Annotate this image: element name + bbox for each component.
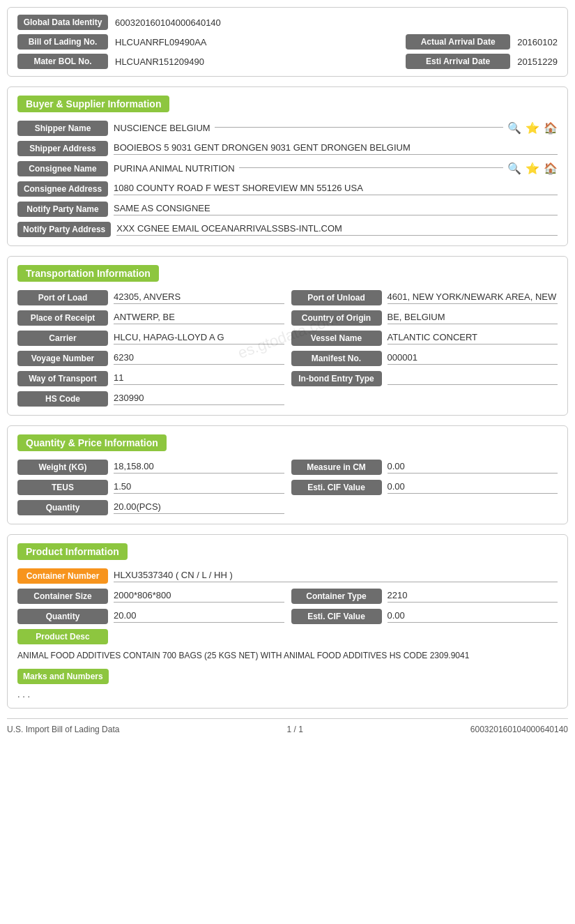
voyage-number-label: Voyage Number	[17, 351, 108, 366]
place-receipt-value: ANTWERP, BE	[114, 312, 284, 324]
country-origin-label: Country of Origin	[291, 310, 382, 326]
actual-arrival-label: Actual Arrival Date	[406, 34, 510, 50]
shipper-address-value: BOOIEBOS 5 9031 GENT DRONGEN 9031 GENT D…	[114, 142, 558, 155]
product-desc-value: ANIMAL FOOD ADDITIVES CONTAIN 700 BAGS (…	[17, 649, 558, 662]
port-load-value: 42305, ANVERS	[114, 291, 284, 304]
footer: U.S. Import Bill of Lading Data 1 / 1 60…	[7, 718, 568, 734]
shipper-search-icon[interactable]: 🔍	[507, 121, 521, 135]
quantity-price-title: Quantity & Price Information	[17, 434, 167, 451]
in-bond-value	[388, 372, 558, 385]
consignee-name-value: PURINA ANIMAL NUTRITION	[114, 163, 235, 174]
esti-cif-label: Esti. CIF Value	[291, 480, 382, 495]
container-size-label: Container Size	[17, 589, 108, 604]
carrier-vessel-row: Carrier HLCU, HAPAG-LLOYD A G Vessel Nam…	[17, 331, 558, 346]
quantity-price-card: Quantity & Price Information Weight (KG)…	[7, 425, 568, 524]
port-row: Port of Load 42305, ANVERS Port of Unloa…	[17, 290, 558, 305]
prod-quantity-label: Quantity	[17, 609, 108, 624]
shipper-address-label: Shipper Address	[17, 141, 108, 156]
bol-label: Bill of Lading No.	[17, 34, 108, 50]
hs-code-label: HS Code	[17, 391, 108, 407]
hs-code-row: HS Code 230990	[17, 391, 558, 407]
transport-bond-row: Way of Transport 11 In-bond Entry Type	[17, 371, 558, 386]
mater-bol-row: Mater BOL No. HLCUANR151209490 Esti Arri…	[17, 54, 558, 69]
country-origin-value: BE, BELGIUM	[388, 312, 558, 324]
notify-party-address-value: XXX CGNEE EMAIL OCEANARRIVALSSBS-INTL.CO…	[116, 223, 558, 236]
bol-row: Bill of Lading No. HLCUANRFL09490AA Actu…	[17, 34, 558, 50]
footer-right: 600320160104000640140	[470, 725, 568, 734]
qp-quantity-label: Quantity	[17, 500, 108, 515]
container-number-row: Container Number HLXU3537340 ( CN / L / …	[17, 568, 558, 584]
hs-code-value: 230990	[114, 393, 284, 405]
shipper-address-row: Shipper Address BOOIEBOS 5 9031 GENT DRO…	[17, 141, 558, 156]
shipper-home-icon[interactable]: 🏠	[544, 121, 558, 135]
transportation-title: Transportation Information	[17, 265, 159, 282]
vessel-name-label: Vessel Name	[291, 331, 382, 346]
shipper-name-label: Shipper Name	[17, 121, 108, 136]
footer-center: 1 / 1	[286, 725, 302, 734]
qp-quantity-row: Quantity 20.00(PCS)	[17, 500, 558, 515]
place-receipt-label: Place of Receipt	[17, 310, 108, 326]
prod-esti-cif-value: 0.00	[388, 610, 558, 623]
notify-party-address-label: Notify Party Address	[17, 222, 111, 237]
shipper-star-icon[interactable]: ⭐	[526, 121, 539, 135]
port-load-label: Port of Load	[17, 290, 108, 305]
port-unload-value: 4601, NEW YORK/NEWARK AREA, NEW	[388, 291, 558, 304]
buyer-supplier-title: Buyer & Supplier Information	[17, 96, 169, 112]
way-transport-value: 11	[114, 372, 284, 385]
esti-arrival-label: Esti Arrival Date	[406, 54, 510, 69]
manifest-no-value: 000001	[388, 352, 558, 365]
way-transport-label: Way of Transport	[17, 371, 108, 386]
consignee-address-value: 1080 COUNTY ROAD F WEST SHOREVIEW MN 551…	[114, 183, 558, 195]
weight-label: Weight (KG)	[17, 460, 108, 475]
manifest-no-label: Manifest No.	[291, 351, 382, 366]
container-type-value: 2210	[388, 590, 558, 603]
product-desc-label: Product Desc	[17, 629, 108, 644]
mater-bol-label: Mater BOL No.	[17, 54, 108, 69]
consignee-address-row: Consignee Address 1080 COUNTY ROAD F WES…	[17, 181, 558, 197]
container-number-value: HLXU3537340 ( CN / L / HH )	[114, 570, 558, 582]
product-title: Product Information	[17, 543, 128, 560]
footer-left: U.S. Import Bill of Lading Data	[7, 725, 119, 734]
voyage-number-value: 6230	[114, 352, 284, 365]
mater-bol-value: HLCUANR151209490	[115, 56, 406, 67]
notify-party-name-label: Notify Party Name	[17, 202, 108, 217]
prod-quantity-value: 20.00	[114, 610, 284, 623]
esti-arrival-value: 20151229	[517, 56, 558, 67]
port-unload-label: Port of Unload	[291, 290, 382, 305]
consignee-address-label: Consignee Address	[17, 181, 108, 197]
teus-value: 1.50	[114, 481, 284, 494]
carrier-label: Carrier	[17, 331, 108, 346]
prod-esti-cif-label: Esti. CIF Value	[291, 609, 382, 624]
consignee-star-icon[interactable]: ⭐	[526, 162, 539, 175]
qp-quantity-value: 20.00(PCS)	[114, 501, 284, 514]
identity-card: Global Data Identity 6003201601040006401…	[7, 7, 568, 77]
shipper-name-row: Shipper Name NUSCIENCE BELGIUM 🔍 ⭐ 🏠	[17, 121, 558, 136]
container-size-type-row: Container Size 2000*806*800 Container Ty…	[17, 589, 558, 604]
container-size-value: 2000*806*800	[114, 590, 284, 603]
bol-value: HLCUANRFL09490AA	[115, 37, 406, 47]
notify-party-address-row: Notify Party Address XXX CGNEE EMAIL OCE…	[17, 222, 558, 237]
product-card: Product Information Container Number HLX…	[7, 534, 568, 709]
esti-cif-value: 0.00	[388, 481, 558, 494]
consignee-name-row: Consignee Name PURINA ANIMAL NUTRITION 🔍…	[17, 161, 558, 176]
notify-party-name-value: SAME AS CONSIGNEE	[114, 203, 558, 215]
teus-label: TEUS	[17, 480, 108, 495]
global-data-row: Global Data Identity 6003201601040006401…	[17, 15, 558, 30]
marks-value: . . .	[17, 689, 558, 699]
teus-cif-row: TEUS 1.50 Esti. CIF Value 0.00	[17, 480, 558, 495]
consignee-home-icon[interactable]: 🏠	[544, 162, 558, 175]
actual-arrival-value: 20160102	[517, 37, 558, 47]
carrier-value: HLCU, HAPAG-LLOYD A G	[114, 332, 284, 344]
prod-quantity-cif-row: Quantity 20.00 Esti. CIF Value 0.00	[17, 609, 558, 624]
voyage-manifest-row: Voyage Number 6230 Manifest No. 000001	[17, 351, 558, 366]
shipper-name-value: NUSCIENCE BELGIUM	[114, 123, 210, 133]
container-number-label: Container Number	[17, 568, 108, 584]
notify-party-name-row: Notify Party Name SAME AS CONSIGNEE	[17, 202, 558, 217]
transportation-card: es.gtodata.com Transportation Informatio…	[7, 256, 568, 416]
marks-label: Marks and Numbers	[17, 669, 109, 684]
measure-label: Measure in CM	[291, 460, 382, 475]
consignee-search-icon[interactable]: 🔍	[507, 162, 521, 175]
measure-value: 0.00	[388, 461, 558, 474]
buyer-supplier-card: Buyer & Supplier Information Shipper Nam…	[7, 86, 568, 246]
global-data-label: Global Data Identity	[17, 15, 108, 30]
